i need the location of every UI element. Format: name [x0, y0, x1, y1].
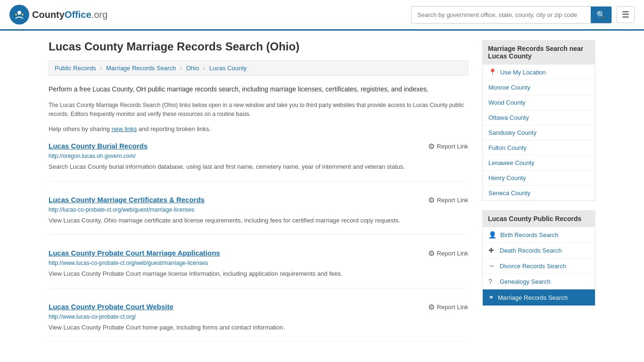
genealogy-icon: ? [488, 278, 496, 285]
result-desc: View Lucas County Probate Court home pag… [49, 323, 468, 332]
svg-point-2 [15, 14, 17, 16]
sidebar-nearby-section: Marriage Records Search near Lucas Count… [482, 40, 595, 201]
result-title[interactable]: Lucas County Burial Records [49, 142, 148, 150]
description-main: Perform a free Lucas County, OH public m… [49, 84, 468, 94]
site-header: CountyOffice.org 🔍 ☰ [0, 0, 644, 31]
content-area: Lucas County Marriage Records Search (Oh… [49, 40, 468, 356]
birth-records-icon: 👤 [488, 231, 496, 239]
sidebar-item-wood[interactable]: Wood County [483, 95, 595, 110]
marriage-records-icon: ⚭ [488, 294, 494, 301]
search-button[interactable]: 🔍 [591, 7, 611, 23]
sidebar-item-death-records[interactable]: ✚ Death Records Search [483, 243, 595, 258]
svg-point-1 [17, 11, 21, 15]
lenawee-county-link[interactable]: Lenawee County [488, 159, 535, 166]
main-container: Lucas County Marriage Records Search (Oh… [39, 31, 605, 362]
search-input[interactable] [412, 8, 591, 22]
svg-point-3 [22, 14, 24, 16]
sidebar-item-henry[interactable]: Henry County [483, 171, 595, 186]
genealogy-link[interactable]: Genealogy Search [500, 278, 551, 285]
logo-icon [9, 5, 29, 25]
sidebar-item-divorce-records[interactable]: ↔ Divorce Records Search [483, 258, 595, 274]
sidebar-public-records-section: Lucas County Public Records 👤 Birth Reco… [482, 210, 595, 306]
sidebar-public-records-header: Lucas County Public Records [482, 210, 595, 227]
logo-text: CountyOffice.org [32, 9, 107, 20]
sidebar-item-sandusky[interactable]: Sandusky County [483, 125, 595, 140]
birth-records-link[interactable]: Birth Records Search [500, 231, 559, 239]
result-item: Lucas County Probate Court Website ⚙ Rep… [49, 303, 468, 342]
description-secondary: The Lucas County Marriage Records Search… [49, 101, 468, 119]
report-link[interactable]: ⚙ Report Link [428, 142, 468, 151]
sidebar-item-fulton[interactable]: Fulton County [483, 140, 595, 156]
result-url[interactable]: http://www.lucas-co-probate-ct.org/web/g… [49, 260, 468, 266]
sidebar-item-marriage-records[interactable]: ⚭ Marriage Records Search [483, 289, 595, 305]
sidebar-nearby-header: Marriage Records Search near Lucas Count… [482, 40, 595, 65]
breadcrumb-marriage-records[interactable]: Marriage Records Search [106, 65, 176, 72]
location-pin-icon: 📍 [488, 68, 496, 76]
result-title[interactable]: Lucas County Marriage Certificates & Rec… [49, 196, 205, 204]
report-icon: ⚙ [428, 142, 435, 151]
sidebar-item-seneca[interactable]: Seneca County [483, 186, 595, 200]
menu-button[interactable]: ☰ [617, 6, 635, 23]
result-url[interactable]: http://oregon.lucas.oh.govern.com/ [49, 153, 468, 159]
result-desc: View Lucas County Probate Court marriage… [49, 269, 468, 279]
header-controls: 🔍 ☰ [411, 6, 635, 24]
sidebar-item-genealogy[interactable]: ? Genealogy Search [483, 274, 595, 289]
page-title: Lucas County Marriage Records Search (Oh… [49, 40, 468, 53]
result-url[interactable]: http://lucas-co-probate-ct.org/web/guest… [49, 206, 468, 213]
monroe-county-link[interactable]: Monroe County [488, 84, 530, 91]
new-links-link[interactable]: new links [112, 125, 137, 132]
report-link[interactable]: ⚙ Report Link [428, 249, 468, 258]
result-title[interactable]: Lucas County Probate Court Marriage Appl… [49, 249, 220, 257]
sidebar-item-lenawee[interactable]: Lenawee County [483, 156, 595, 171]
breadcrumb-ohio[interactable]: Ohio [186, 65, 199, 72]
breadcrumb-public-records[interactable]: Public Records [55, 65, 96, 72]
result-item: Lucas County Marriage Certificates & Rec… [49, 196, 468, 235]
death-records-icon: ✚ [488, 247, 496, 254]
wood-county-link[interactable]: Wood County [488, 99, 526, 106]
result-title[interactable]: Lucas County Probate Court Website [49, 303, 173, 311]
report-icon: ⚙ [428, 249, 435, 258]
sidebar-item-ottawa[interactable]: Ottawa County [483, 110, 595, 125]
result-item: Lucas County Burial Records ⚙ Report Lin… [49, 142, 468, 181]
report-icon: ⚙ [428, 303, 435, 312]
result-desc: Search Lucas County burial information d… [49, 162, 468, 172]
result-desc: View Lucas County, Ohio marriage certifi… [49, 216, 468, 225]
ottawa-county-link[interactable]: Ottawa County [488, 114, 529, 121]
sidebar-item-monroe[interactable]: Monroe County [483, 80, 595, 95]
report-link[interactable]: ⚙ Report Link [428, 196, 468, 205]
marriage-records-link[interactable]: Marriage Records Search [498, 294, 568, 301]
seneca-county-link[interactable]: Seneca County [488, 189, 530, 197]
search-bar: 🔍 [411, 6, 612, 24]
henry-county-link[interactable]: Henry County [488, 174, 526, 181]
divorce-records-icon: ↔ [488, 262, 496, 270]
breadcrumb: Public Records › Marriage Records Search… [49, 60, 468, 76]
report-link[interactable]: ⚙ Report Link [428, 303, 468, 312]
fulton-county-link[interactable]: Fulton County [488, 144, 527, 151]
sidebar-nearby-list: 📍 Use My Location Monroe County Wood Cou… [482, 65, 595, 201]
sandusky-county-link[interactable]: Sandusky County [488, 129, 537, 136]
result-item: Lucas County Probate Court Marriage Appl… [49, 249, 468, 288]
description-help: Help others by sharing new links and rep… [49, 125, 468, 132]
logo[interactable]: CountyOffice.org [9, 5, 107, 25]
sidebar-public-records-list: 👤 Birth Records Search ✚ Death Records S… [482, 227, 595, 306]
use-location-link[interactable]: Use My Location [500, 69, 546, 76]
results-list: Lucas County Burial Records ⚙ Report Lin… [49, 142, 468, 342]
sidebar-use-location[interactable]: 📍 Use My Location [483, 65, 595, 80]
sidebar: Marriage Records Search near Lucas Count… [482, 40, 595, 356]
sidebar-item-birth-records[interactable]: 👤 Birth Records Search [483, 227, 595, 243]
breadcrumb-lucas-county[interactable]: Lucas County [209, 65, 247, 72]
report-icon: ⚙ [428, 196, 435, 205]
divorce-records-link[interactable]: Divorce Records Search [500, 263, 566, 270]
result-url[interactable]: http://www.lucas-co-probate-ct.org/ [49, 313, 468, 320]
death-records-link[interactable]: Death Records Search [500, 247, 562, 254]
